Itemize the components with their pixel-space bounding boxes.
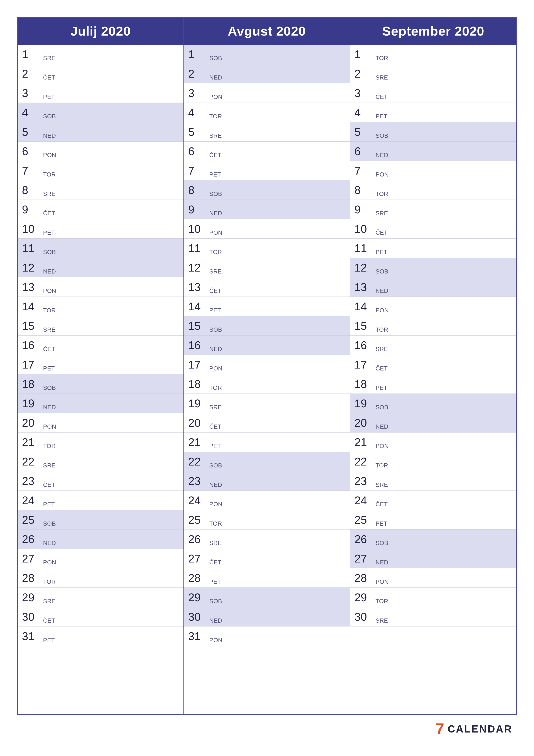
day-name: SOB (375, 540, 388, 547)
day-row: 6NED (350, 142, 516, 161)
month-col-2: September 20201TOR2SRE3ČET4PET5SOB6NED7P… (350, 18, 516, 714)
day-number: 20 (22, 417, 41, 428)
day-name: ČET (43, 210, 55, 217)
day-name: ČET (375, 501, 388, 508)
day-name: NED (209, 210, 222, 217)
day-number: 23 (22, 475, 41, 487)
day-name: PET (43, 365, 55, 372)
day-name: SRE (43, 191, 56, 198)
day-number: 27 (354, 553, 374, 564)
day-row: 1SRE (18, 44, 184, 64)
day-number: 12 (354, 262, 374, 273)
day-row: 12SRE (184, 258, 350, 277)
day-name: TOR (43, 579, 56, 585)
day-row: 26NED (18, 529, 184, 549)
day-number: 30 (22, 611, 41, 622)
day-name: SOB (209, 462, 222, 469)
day-row: 20NED (350, 413, 516, 433)
day-row: 8TOR (350, 180, 516, 200)
day-name: SOB (43, 520, 56, 527)
day-number: 22 (188, 456, 208, 467)
day-name: TOR (43, 171, 56, 178)
day-row: 27NED (350, 549, 516, 568)
day-row: 24PON (184, 491, 350, 510)
day-name: PET (209, 171, 221, 178)
day-number: 28 (354, 572, 374, 583)
day-number: 11 (354, 243, 374, 254)
day-row: 2ČET (18, 64, 184, 83)
day-row: 27PON (18, 549, 184, 568)
day-name: NED (43, 404, 56, 411)
month-header-1: Avgust 2020 (184, 18, 350, 44)
day-number: 17 (354, 359, 374, 370)
day-name: PON (209, 365, 222, 372)
month-header-2: September 2020 (350, 18, 516, 44)
day-row: 9NED (184, 200, 350, 219)
day-row: 19SRE (184, 394, 350, 413)
day-number: 17 (22, 359, 41, 370)
brand-text: CALENDAR (448, 723, 513, 735)
day-number: 23 (354, 475, 374, 487)
month-col-1: Avgust 20201SOB2NED3PON4TOR5SRE6ČET7PET8… (184, 18, 350, 714)
day-name: SRE (375, 617, 388, 624)
day-name: NED (375, 287, 388, 294)
day-name: SOB (43, 385, 56, 392)
day-name: NED (43, 268, 56, 275)
day-name: SOB (209, 326, 222, 333)
day-row: 6PON (18, 142, 184, 161)
day-number: 2 (354, 68, 374, 79)
day-name: TOR (209, 249, 222, 256)
calendar-grid: Julij 20201SRE2ČET3PET4SOB5NED6PON7TOR8S… (17, 17, 517, 715)
day-name: TOR (375, 462, 388, 469)
day-name: NED (209, 74, 222, 81)
day-number: 28 (22, 572, 41, 583)
day-number: 5 (188, 126, 208, 138)
day-row: 14PET (184, 297, 350, 316)
day-number: 15 (188, 320, 208, 332)
day-row: 21PET (184, 433, 350, 452)
day-row: 24ČET (350, 491, 516, 510)
day-row: 9ČET (18, 200, 184, 219)
day-number: 4 (354, 107, 374, 118)
day-number: 6 (188, 146, 208, 157)
day-row: 18PET (350, 374, 516, 394)
day-name: TOR (43, 307, 56, 314)
day-name: NED (375, 559, 388, 566)
day-name: ČET (209, 152, 221, 159)
day-number: 24 (22, 495, 41, 506)
day-name: PET (43, 94, 55, 100)
day-row: 19SOB (350, 394, 516, 413)
day-name: NED (43, 540, 56, 547)
day-number: 16 (354, 339, 374, 351)
day-name: SOB (209, 191, 222, 198)
day-name: PET (209, 307, 221, 314)
day-name: PET (375, 385, 387, 392)
day-row: 26SOB (350, 529, 516, 549)
day-row: 15SRE (18, 316, 184, 336)
day-name: SRE (209, 404, 222, 411)
day-name: PON (375, 171, 389, 178)
day-name: PON (375, 307, 389, 314)
day-row: 29SRE (18, 588, 184, 607)
day-row: 12SOB (350, 258, 516, 277)
day-row: 6ČET (184, 142, 350, 161)
day-number: 10 (188, 223, 208, 234)
day-name: PON (43, 152, 56, 159)
day-number: 23 (188, 475, 208, 487)
day-name: SRE (375, 74, 388, 81)
day-number: 26 (188, 534, 208, 545)
month-col-0: Julij 20201SRE2ČET3PET4SOB5NED6PON7TOR8S… (18, 18, 184, 714)
day-name: SOB (375, 404, 388, 411)
day-name: NED (209, 346, 222, 353)
day-name: SRE (209, 268, 222, 275)
day-row: 28PON (350, 568, 516, 588)
day-row: 1TOR (350, 44, 516, 64)
day-number: 1 (22, 49, 41, 60)
day-row: 17PON (184, 355, 350, 374)
day-number: 27 (188, 553, 208, 564)
day-name: PET (209, 443, 221, 449)
day-number: 5 (22, 126, 41, 138)
day-name: NED (375, 423, 388, 430)
day-number: 8 (22, 184, 41, 196)
day-row: 30SRE (350, 607, 516, 627)
